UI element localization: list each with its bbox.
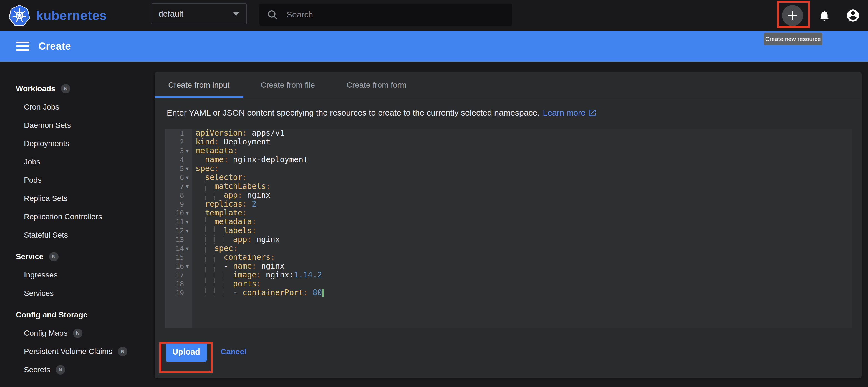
fold-arrow-icon[interactable]: ▾	[184, 164, 191, 173]
gutter-cell: 8	[165, 191, 192, 200]
sidebar-item-jobs[interactable]: Jobs	[0, 153, 155, 171]
gutter-cell: 2	[165, 138, 192, 146]
menu-button[interactable]	[16, 39, 29, 53]
code-text: containers:	[196, 253, 275, 262]
sidebar-item-cron-jobs[interactable]: Cron Jobs	[0, 98, 155, 116]
namespace-selector[interactable]: default	[151, 3, 247, 24]
sidebar: WorkloadsNCron JobsDaemon SetsDeployment…	[0, 62, 155, 387]
app-bar: Create	[0, 31, 868, 62]
indent-guide	[214, 235, 215, 244]
line-number: 5	[180, 165, 184, 173]
tab-create-from-file[interactable]: Create from file	[243, 72, 332, 98]
learn-more-link[interactable]: Learn more	[543, 108, 596, 117]
code-line-8[interactable]: 8 app: nginx	[165, 191, 852, 200]
code-line-9[interactable]: 9 replicas: 2	[165, 200, 852, 208]
code-line-19[interactable]: 19 - containerPort: 80	[165, 288, 852, 297]
actions-row: Upload Cancel	[166, 342, 862, 362]
code-line-5[interactable]: 5▾spec:	[165, 164, 852, 173]
plus-icon	[786, 9, 799, 22]
brand[interactable]: kubernetes	[9, 0, 107, 31]
indent-guide	[205, 182, 206, 191]
gutter-cell: 13	[165, 235, 192, 244]
code-line-17[interactable]: 17 image: nginx:1.14.2	[165, 271, 852, 279]
code-line-7[interactable]: 7▾ matchLabels:	[165, 182, 852, 191]
sidebar-section-workloads[interactable]: WorkloadsN	[0, 79, 155, 98]
code-line-4[interactable]: 4 name: nginx-deployment	[165, 155, 852, 164]
tab-create-from-form[interactable]: Create from form	[332, 72, 421, 98]
code-line-1[interactable]: 1apiVersion: apps/v1	[165, 129, 852, 138]
code-line-2[interactable]: 2kind: Deployment	[165, 138, 852, 146]
line-number: 18	[176, 280, 184, 288]
namespaced-badge: N	[118, 347, 127, 356]
account-circle-icon	[846, 8, 860, 23]
code-line-12[interactable]: 12▾ labels:	[165, 226, 852, 235]
indent-guide	[214, 253, 215, 262]
tab-create-from-input[interactable]: Create from input	[155, 72, 243, 98]
sidebar-item-secrets[interactable]: SecretsN	[0, 361, 155, 379]
fold-arrow-icon[interactable]: ▾	[184, 226, 191, 235]
body: WorkloadsNCron JobsDaemon SetsDeployment…	[0, 62, 868, 387]
fold-arrow-icon[interactable]: ▾	[184, 173, 191, 182]
gutter-cell: 15	[165, 253, 192, 262]
code-content: template:	[192, 208, 852, 217]
fold-arrow-icon[interactable]: ▾	[184, 244, 191, 253]
sidebar-label: Replica Sets	[24, 194, 67, 203]
notifications-button[interactable]	[818, 9, 831, 22]
sidebar-item-pods[interactable]: Pods	[0, 171, 155, 189]
sidebar-label: Persistent Volume Claims	[24, 347, 113, 356]
fold-arrow-icon[interactable]: ▾	[184, 146, 191, 155]
sidebar-item-daemon-sets[interactable]: Daemon Sets	[0, 116, 155, 135]
fold-arrow-icon[interactable]: ▾	[184, 217, 191, 226]
code-line-6[interactable]: 6▾ selector:	[165, 173, 852, 182]
code-content: containers:	[192, 253, 852, 262]
account-button[interactable]	[846, 8, 860, 23]
code-content: - containerPort: 80	[192, 288, 852, 297]
gutter-cell: 10▾	[165, 208, 192, 217]
cancel-button[interactable]: Cancel	[221, 347, 247, 356]
code-text: app: nginx	[196, 191, 271, 200]
code-line-16[interactable]: 16▾ - name: nginx	[165, 262, 852, 271]
fold-arrow-icon[interactable]: ▾	[184, 208, 191, 217]
sidebar-item-replication-controllers[interactable]: Replication Controllers	[0, 208, 155, 226]
sidebar-label: Service	[16, 252, 43, 261]
indent-guide	[224, 235, 224, 244]
code-line-10[interactable]: 10▾ template:	[165, 208, 852, 217]
sidebar-item-config-maps[interactable]: Config MapsN	[0, 324, 155, 342]
sidebar-item-persistent-volume-claims[interactable]: Persistent Volume ClaimsN	[0, 342, 155, 361]
fold-arrow-icon[interactable]: ▾	[184, 262, 191, 271]
code-text: metadata:	[196, 146, 238, 155]
fold-arrow-icon[interactable]: ▾	[184, 182, 191, 191]
code-line-11[interactable]: 11▾ metadata:	[165, 217, 852, 226]
sidebar-item-services[interactable]: Services	[0, 284, 155, 303]
page-title: Create	[38, 40, 71, 52]
sidebar-item-deployments[interactable]: Deployments	[0, 135, 155, 153]
code-line-14[interactable]: 14▾ spec:	[165, 244, 852, 253]
gutter-cell: 9	[165, 200, 192, 208]
namespaced-badge: N	[49, 252, 59, 261]
create-resource-button[interactable]	[782, 5, 803, 26]
search-input[interactable]	[287, 10, 498, 20]
code-line-18[interactable]: 18 ports:	[165, 279, 852, 288]
brand-wordmark: kubernetes	[36, 8, 107, 23]
code-content: name: nginx-deployment	[192, 155, 852, 164]
upload-button[interactable]: Upload	[166, 342, 207, 362]
tab-label: Create from file	[260, 81, 315, 90]
sidebar-section-config-and-storage[interactable]: Config and Storage	[0, 306, 155, 324]
gutter-cell: 1	[165, 129, 192, 138]
code-content: metadata:	[192, 217, 852, 226]
yaml-editor[interactable]: 1apiVersion: apps/v12kind: Deployment3▾m…	[165, 129, 852, 328]
code-line-15[interactable]: 15 containers:	[165, 253, 852, 262]
code-content: app: nginx	[192, 191, 852, 200]
indent-guide	[214, 279, 215, 288]
sidebar-item-stateful-sets[interactable]: Stateful Sets	[0, 226, 155, 244]
sidebar-item-replica-sets[interactable]: Replica Sets	[0, 189, 155, 208]
code-lines: 1apiVersion: apps/v12kind: Deployment3▾m…	[165, 129, 852, 297]
gutter-cell: 12▾	[165, 226, 192, 235]
search-bar[interactable]	[259, 4, 512, 26]
sidebar-label: Jobs	[24, 157, 40, 166]
sidebar-item-ingresses[interactable]: Ingresses	[0, 266, 155, 284]
code-line-3[interactable]: 3▾metadata:	[165, 146, 852, 155]
code-line-13[interactable]: 13 app: nginx	[165, 235, 852, 244]
sidebar-section-service[interactable]: ServiceN	[0, 248, 155, 266]
gutter-cell: 7▾	[165, 182, 192, 191]
